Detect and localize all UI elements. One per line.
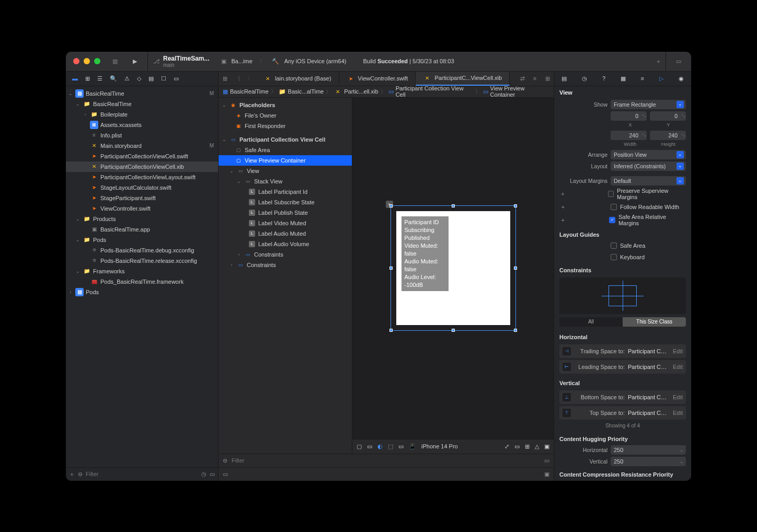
sa-guide-checkbox[interactable] [611, 242, 617, 249]
psm-checkbox[interactable] [608, 191, 614, 197]
edit-button[interactable]: Edit [673, 394, 683, 400]
info-plist[interactable]: ≡Info.plist [66, 130, 218, 141]
target-device[interactable]: Any iOS Device (arm64) [284, 58, 347, 64]
source-control-nav-tab[interactable]: ⊞ [85, 75, 90, 82]
x-field[interactable]: 0 [611, 111, 647, 121]
resize-handle[interactable] [514, 204, 517, 207]
vc-swift[interactable]: ➤ViewController.swift [66, 203, 218, 214]
add-variant-button[interactable]: + [559, 204, 567, 210]
stagelayout-swift[interactable]: ➤StageLayoutCalculator.swift [66, 182, 218, 193]
close-button[interactable] [73, 58, 79, 64]
stagepart-swift[interactable]: ➤StageParticipant.swift [66, 193, 218, 203]
y-field[interactable]: 0 [650, 111, 686, 121]
edit-button[interactable]: Edit [673, 348, 683, 354]
bottom-constraint[interactable]: ⊥Bottom Space to:Participant Colle...Edi… [559, 390, 686, 404]
add-tab-button[interactable]: ＋ [651, 57, 666, 65]
target-folder[interactable]: ⌄📁BasicRealTime [66, 99, 218, 109]
frw-checkbox[interactable] [611, 204, 617, 210]
leading-constraint[interactable]: ⊢Leading Space to:Participant Colle...Ed… [559, 360, 686, 374]
minimize-button[interactable] [84, 58, 90, 64]
toggle-debug-button[interactable]: ▭ [544, 457, 549, 464]
pccell-swift[interactable]: ➤ParticipantCollectionViewCell.swift [66, 151, 218, 161]
find-nav-tab[interactable]: 🔍 [110, 75, 117, 82]
seg-all[interactable]: All [559, 317, 623, 327]
label-pub[interactable]: LLabel Publish State [219, 207, 352, 218]
storyboard-file[interactable]: ✕Main.storyboardM [66, 141, 218, 151]
edit-button[interactable]: Edit [673, 410, 683, 416]
attributes-inspector-tab[interactable]: ≡ [641, 75, 644, 82]
test-nav-tab[interactable]: ◇ [137, 75, 141, 82]
size-class-segment[interactable]: AllThis Size Class [559, 317, 686, 327]
margins-select[interactable]: Default [611, 176, 686, 186]
breakpoint-nav-tab[interactable]: ☐ [161, 75, 166, 82]
symbol-nav-tab[interactable]: ☰ [97, 75, 102, 82]
arrange-select[interactable]: Position View [611, 150, 686, 159]
add-variant-button[interactable]: + [559, 217, 567, 223]
add-file-button[interactable]: ＋ [69, 470, 75, 478]
pods-folder[interactable]: ⌄📁Pods [66, 235, 218, 245]
forward-button[interactable]: 〉 [244, 72, 256, 86]
add-variant-button[interactable]: + [559, 191, 566, 197]
file-inspector-tab[interactable]: ▤ [561, 75, 567, 82]
boilerplate-folder[interactable]: ›📁Boilerplate [66, 109, 218, 120]
resize-handle[interactable] [389, 329, 393, 332]
layout-button[interactable]: ▭ [398, 443, 404, 450]
view-preview-container[interactable]: ▢View Preview Container [219, 155, 352, 166]
accessibility-button[interactable]: ⬚ [388, 443, 393, 450]
products-folder[interactable]: ⌄📁Products [66, 214, 218, 224]
device-config-button[interactable]: ▢ [357, 443, 362, 450]
resize-handle[interactable] [452, 329, 455, 332]
console-toggle-icon[interactable]: ▣ [544, 471, 549, 478]
chp-v-field[interactable]: 250 [611, 457, 686, 466]
label-pid[interactable]: LLabel Participant Id [219, 187, 352, 197]
label-vol[interactable]: LLabel Audio Volume [219, 239, 352, 249]
files-owner[interactable]: ◈File's Owner [219, 110, 352, 121]
constraints-inner[interactable]: ›▭Constraints [219, 249, 352, 260]
assistant-button[interactable]: ⇄ [516, 72, 529, 86]
zoom-button[interactable] [94, 58, 100, 64]
app-product[interactable]: ▣BasicRealTime.app [66, 224, 218, 235]
tab-viewcontroller[interactable]: ➤ViewController.swift [339, 72, 416, 86]
cell-preview[interactable]: × Participant ID Subscribing Published V… [391, 205, 516, 331]
align-button[interactable]: ▭ [514, 443, 520, 450]
first-responder[interactable]: ▣First Responder [219, 121, 352, 131]
back-button[interactable]: 〈 [231, 72, 244, 86]
width-field[interactable]: 240 [611, 131, 647, 140]
help-inspector-tab[interactable]: ? [602, 75, 605, 82]
target-app[interactable]: Ba...ime [232, 58, 253, 64]
cell-group[interactable]: ⌄▭Participant Collection View Cell [219, 134, 352, 145]
resize-handle[interactable] [514, 329, 517, 332]
assets-file[interactable]: ▦Assets.xcassets [66, 120, 218, 130]
edit-button[interactable]: Edit [673, 364, 683, 370]
pccell-xib[interactable]: ✕ParticipantCollectionViewCell.xib [66, 161, 218, 172]
history-inspector-tab[interactable]: ◷ [582, 75, 587, 82]
clock-filter-icon[interactable]: ◷ [201, 471, 207, 478]
resize-handle[interactable] [514, 267, 517, 270]
scheme-selector[interactable]: ⎇ RealTimeSam... main [147, 52, 215, 71]
ib-canvas[interactable]: × Participant ID Subscribing Published V… [352, 98, 554, 439]
identity-inspector-tab[interactable]: ▦ [621, 75, 626, 82]
label-am[interactable]: LLabel Audio Muted [219, 228, 352, 239]
resize-handle[interactable] [452, 204, 455, 207]
tab-xib[interactable]: ✕ParticipantC...ViewCell.xib [416, 72, 510, 86]
pods-framework[interactable]: 🧰Pods_BasicRealTime.framework [66, 276, 218, 287]
debug-toggle-icon[interactable]: ▭ [223, 471, 228, 478]
jump-bar[interactable]: ▦BasicRealTime〉 📁Basic...alTime〉 ✕Partic… [219, 86, 554, 98]
pod-release-cfg[interactable]: ⚙Pods-BasicRealTime.release.xcconfig [66, 256, 218, 266]
height-field[interactable]: 240 [650, 131, 686, 140]
stack-view[interactable]: ⌄▭Stack View [219, 176, 352, 187]
scm-filter-icon[interactable]: ▭ [210, 471, 215, 478]
layout-select[interactable]: Inferred (Constraints) [611, 161, 686, 171]
canvas-device[interactable]: iPhone 14 Pro [421, 443, 458, 449]
related-items-button[interactable]: ⊞ [219, 72, 231, 86]
placeholders-group[interactable]: ⌄◉Placeholders [219, 100, 352, 110]
project-nav-tab[interactable]: ▬ [72, 75, 78, 82]
top-constraint[interactable]: ⊤Top Space to:Participant Colle...Edit [559, 406, 686, 420]
tab-storyboard[interactable]: ✕lain.storyboard (Base) [256, 72, 339, 86]
issue-nav-tab[interactable]: ⚠ [124, 75, 130, 82]
constraints-outer[interactable]: ›▭Constraints [219, 260, 352, 270]
appearance-button[interactable]: ◐ [377, 443, 383, 450]
embed-button[interactable]: ▣ [544, 443, 549, 450]
report-nav-tab[interactable]: ▭ [174, 75, 179, 82]
size-inspector-tab[interactable]: ▷ [659, 75, 663, 82]
